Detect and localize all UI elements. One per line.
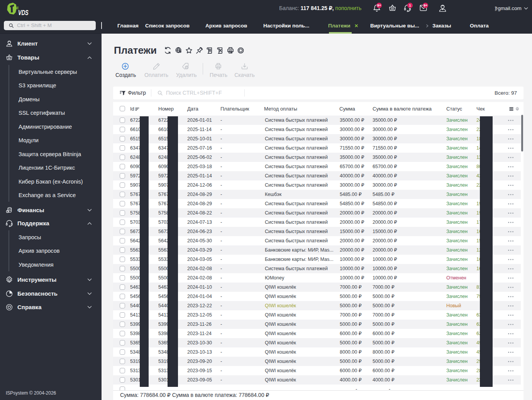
svg-text:VDS: VDS [18, 9, 29, 17]
